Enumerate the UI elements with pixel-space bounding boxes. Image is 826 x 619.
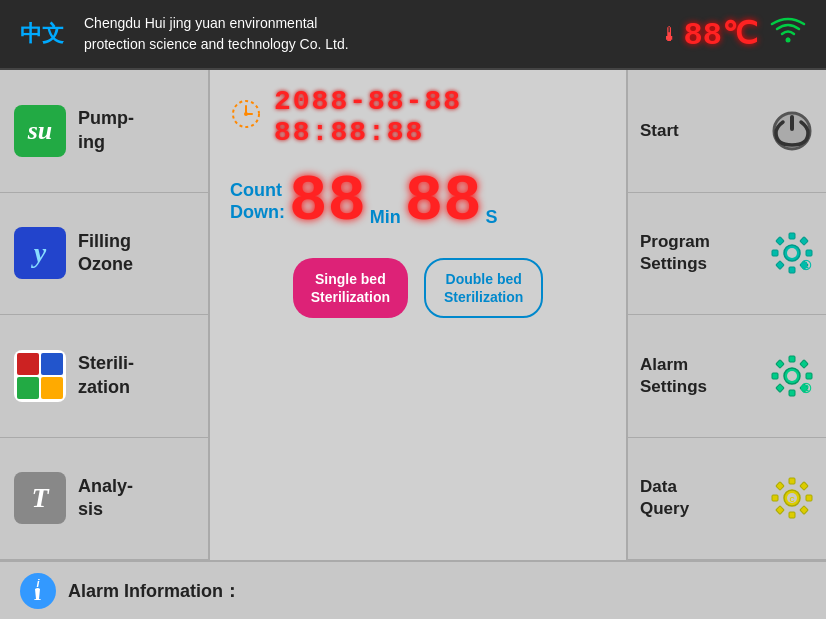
svg-point-0 xyxy=(786,37,791,42)
svg-rect-11 xyxy=(806,250,812,256)
data-query-button[interactable]: DataQuery xyxy=(628,438,826,561)
svg-point-26 xyxy=(787,371,797,381)
svg-rect-10 xyxy=(772,250,778,256)
filling-label: FillingOzone xyxy=(78,230,133,277)
clock-icon xyxy=(230,98,262,137)
start-label: Start xyxy=(640,120,679,142)
svg-rect-35 xyxy=(800,506,808,514)
temperature-display: 🌡 88℃ xyxy=(660,14,758,54)
svg-rect-9 xyxy=(789,267,795,273)
wifi-icon xyxy=(770,17,806,52)
svg-rect-20 xyxy=(772,373,778,379)
svg-rect-32 xyxy=(800,482,808,490)
double-bed-button[interactable]: Double bedSterilization xyxy=(424,258,543,318)
svg-rect-12 xyxy=(800,237,808,245)
svg-point-16 xyxy=(787,248,797,258)
svg-rect-8 xyxy=(789,233,795,239)
filling-icon: y xyxy=(14,227,66,279)
sidebar-item-sterilization[interactable]: Sterili-zation xyxy=(0,315,208,438)
svg-rect-22 xyxy=(800,359,808,367)
gearC-icon: C xyxy=(770,476,814,520)
company-title: Chengdu Hui jing yuan environmental prot… xyxy=(84,13,660,55)
svg-rect-18 xyxy=(789,356,795,362)
pumping-icon: su xyxy=(14,105,66,157)
svg-rect-31 xyxy=(806,495,812,501)
svg-rect-34 xyxy=(776,482,784,490)
status-bar: i Alarm Information： xyxy=(0,560,826,619)
datetime-row: 2088-88-88 88:88:88 xyxy=(230,86,606,148)
header: 中文 Chengdu Hui jing yuan environmental p… xyxy=(0,0,826,70)
svg-rect-28 xyxy=(789,478,795,484)
svg-rect-30 xyxy=(772,495,778,501)
svg-text:C: C xyxy=(789,496,794,503)
sidebar-item-filling[interactable]: y FillingOzone xyxy=(0,193,208,316)
datetime-value: 2088-88-88 88:88:88 xyxy=(274,86,606,148)
start-button[interactable]: Start xyxy=(628,70,826,193)
temp-value: 88℃ xyxy=(684,14,758,54)
svg-point-4 xyxy=(244,112,248,116)
pumping-label: Pump-ing xyxy=(78,107,134,154)
program-settings-button[interactable]: ProgramSettings xyxy=(628,193,826,316)
left-sidebar: su Pump-ing y FillingOzone Sterili-zatio… xyxy=(0,70,210,560)
right-sidebar: Start ProgramSettings xyxy=(626,70,826,560)
power-icon xyxy=(770,109,814,153)
data-query-label: DataQuery xyxy=(640,476,689,520)
gear1-icon: ① xyxy=(770,231,814,275)
sterilization-icon xyxy=(14,350,66,402)
info-icon: i xyxy=(20,573,56,609)
header-right: 🌡 88℃ xyxy=(660,14,806,54)
chinese-label[interactable]: 中文 xyxy=(20,19,64,49)
alarm-info-label: Alarm Information： xyxy=(68,579,241,603)
sec-unit: S xyxy=(486,207,498,228)
sidebar-item-pumping[interactable]: su Pump-ing xyxy=(0,70,208,193)
gear2-icon: ② xyxy=(770,354,814,398)
main-layout: su Pump-ing y FillingOzone Sterili-zatio… xyxy=(0,70,826,560)
countdown-sec-value: 88 xyxy=(405,170,482,234)
svg-rect-24 xyxy=(776,359,784,367)
gear2-number: ② xyxy=(800,381,812,396)
svg-rect-14 xyxy=(776,237,784,245)
analysis-label: Analy-sis xyxy=(78,475,133,522)
svg-rect-21 xyxy=(806,373,812,379)
svg-rect-13 xyxy=(776,261,784,269)
analysis-icon: T xyxy=(14,472,66,524)
min-unit: Min xyxy=(370,207,401,228)
countdown-row: CountDown: 88 Min 88 S xyxy=(230,170,606,234)
countdown-min-value: 88 xyxy=(289,170,366,234)
gear1-number: ① xyxy=(800,258,812,273)
sidebar-item-analysis[interactable]: T Analy-sis xyxy=(0,438,208,561)
alarm-settings-button[interactable]: AlarmSettings xyxy=(628,315,826,438)
buttons-row: Single bedSterilization Double bedSteril… xyxy=(230,258,606,318)
countdown-label: CountDown: xyxy=(230,180,285,223)
single-bed-button[interactable]: Single bedSterilization xyxy=(293,258,408,318)
svg-rect-29 xyxy=(789,512,795,518)
thermometer-icon: 🌡 xyxy=(660,23,680,46)
svg-rect-23 xyxy=(776,384,784,392)
alarm-settings-label: AlarmSettings xyxy=(640,354,707,398)
svg-rect-33 xyxy=(776,506,784,514)
program-settings-label: ProgramSettings xyxy=(640,231,710,275)
sterilization-label: Sterili-zation xyxy=(78,352,134,399)
center-display: 2088-88-88 88:88:88 CountDown: 88 Min 88… xyxy=(210,70,626,560)
svg-rect-19 xyxy=(789,390,795,396)
